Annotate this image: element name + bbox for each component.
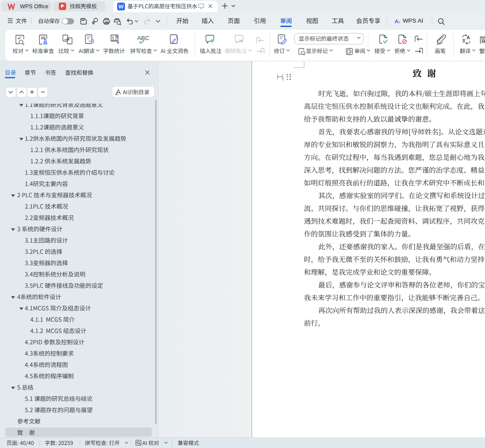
svg-text:ABC: ABC: [137, 35, 149, 41]
svg-text:A: A: [467, 35, 470, 40]
svg-text:12: 12: [111, 36, 118, 42]
